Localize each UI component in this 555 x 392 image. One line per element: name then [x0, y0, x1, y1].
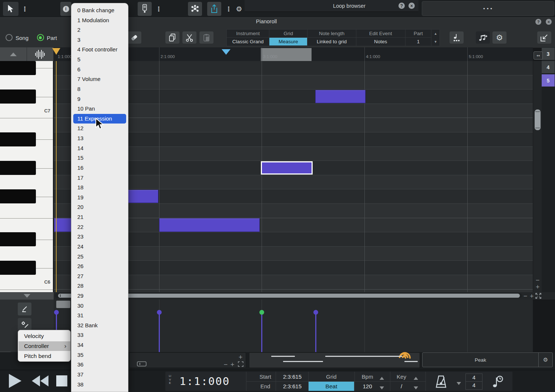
time-display[interactable]: 1:1:000 [179, 375, 230, 388]
midi-note[interactable] [159, 218, 260, 232]
transform-tool-button[interactable] [18, 318, 31, 331]
key-up-button[interactable] [414, 375, 418, 381]
arrow-tool-button[interactable] [3, 2, 18, 16]
controller-stem[interactable] [261, 314, 262, 352]
metronome-icon[interactable] [433, 375, 449, 389]
peak-panel[interactable]: Peak ⚙ [422, 352, 553, 367]
zoom-overview-panel[interactable]: + − + [129, 352, 246, 368]
lane-mini-scroll[interactable] [56, 301, 70, 308]
key-down-button[interactable] [414, 384, 418, 391]
controller-point[interactable] [54, 310, 59, 315]
settings-value[interactable]: 1 [406, 38, 431, 45]
start-value[interactable]: 2:3:615 [280, 374, 305, 380]
fit-horizontal-button[interactable]: ↔ [534, 51, 543, 60]
zoom-out-vertical-button[interactable]: − [535, 277, 540, 283]
rewind-button[interactable] [32, 375, 48, 388]
range-widget-icon[interactable] [137, 361, 147, 366]
time-signature[interactable]: 4 4 [465, 374, 482, 390]
black-key[interactable] [0, 61, 36, 75]
menu-item-cc-28[interactable]: 28 [71, 281, 128, 291]
export-button[interactable] [207, 2, 221, 16]
play-button[interactable] [9, 374, 21, 388]
midi-note[interactable] [261, 161, 313, 175]
tool-options-menu[interactable]: ⋮ [21, 2, 28, 16]
end-value[interactable]: 2:3:615 [280, 383, 305, 389]
track-tab-3[interactable]: 3 [542, 48, 555, 60]
black-key[interactable] [0, 189, 36, 203]
controller-point[interactable] [259, 310, 264, 315]
grid-mode-beat-cell[interactable]: Beat [309, 382, 354, 391]
rack-options-menu[interactable]: ⋮ [155, 2, 162, 16]
stop-button[interactable] [56, 375, 67, 386]
menu-item-cc-33[interactable]: 33 [71, 330, 128, 340]
instrument-rack-button[interactable] [138, 2, 152, 16]
key-value[interactable]: / [390, 383, 413, 389]
menu-item-cc-35[interactable]: 35 [71, 350, 128, 360]
pianoroll-help-button[interactable]: ? [535, 19, 541, 25]
zoom-out-horizontal-button[interactable]: − [523, 293, 528, 298]
part-radio[interactable] [37, 34, 44, 41]
menu-item-cc-10[interactable]: 10 Pan [71, 104, 128, 114]
zoom-in-horizontal-button[interactable]: + [529, 293, 534, 298]
menu-item-cc-25[interactable]: 25 [71, 252, 128, 262]
menu-item-cc-23[interactable]: 23 [71, 232, 128, 242]
loop-browser-help-button[interactable]: ? [398, 3, 405, 9]
song-radio[interactable] [6, 34, 13, 41]
menu-item-cc-8[interactable]: 8 [71, 84, 128, 94]
vertical-scroll-thumb[interactable] [535, 109, 541, 130]
bpm-decrease-button[interactable] [380, 384, 384, 391]
menu-item-cc-5[interactable]: 5 [71, 55, 128, 65]
menu-item-cc-4[interactable]: 4 Foot controller [71, 45, 128, 55]
info-button[interactable]: i [60, 2, 71, 16]
midi-note[interactable] [54, 218, 72, 232]
submenu-item-velocity[interactable]: Velocity [18, 331, 70, 341]
right-collapsed-panel[interactable]: ••• [422, 1, 554, 16]
expand-icon[interactable] [535, 293, 541, 299]
track-tab-5[interactable]: 5 [542, 74, 555, 87]
bpm-increase-button[interactable] [380, 375, 384, 381]
menu-item-cc-7[interactable]: 7 Volume [71, 74, 128, 84]
menu-item-cc-32[interactable]: 32 Bank [71, 321, 128, 331]
submenu-item-controller[interactable]: Controller› [18, 341, 70, 351]
browser-button[interactable] [188, 2, 202, 16]
menu-item-cc-3[interactable]: 3 [71, 35, 128, 45]
black-key[interactable] [0, 89, 36, 104]
menu-item-cc-34[interactable]: 34 [71, 340, 128, 350]
menu-item-cc-17[interactable]: 17 [71, 173, 128, 183]
menu-item-cc-2[interactable]: 2 [71, 25, 128, 35]
quantize-button[interactable] [450, 31, 464, 44]
settings-value[interactable]: Notes [356, 38, 405, 45]
playhead-marker[interactable] [52, 48, 60, 55]
paste-button[interactable] [199, 31, 213, 44]
menu-item-cc-19[interactable]: 19 [71, 193, 128, 203]
menu-item-cc-6[interactable]: 6 [71, 65, 128, 75]
menu-item-cc-16[interactable]: 16 [71, 163, 128, 173]
overview-expand-icon[interactable] [238, 361, 243, 367]
scroll-up-button[interactable] [0, 47, 27, 61]
controller-stem[interactable] [315, 314, 316, 352]
menu-item-cc-0[interactable]: 0 Bank change [71, 6, 128, 16]
black-key[interactable] [0, 132, 36, 146]
audition-waveform-button[interactable] [27, 47, 54, 61]
timesig-dropdown-button[interactable] [457, 380, 461, 386]
overview-plus-button[interactable]: + [238, 354, 243, 359]
controller-stem[interactable] [159, 314, 160, 352]
settings-value[interactable]: Linked to grid [307, 38, 356, 45]
menu-item-cc-24[interactable]: 24 [71, 242, 128, 252]
black-key[interactable] [0, 161, 36, 175]
part-down-button[interactable]: ▼ [431, 38, 440, 46]
settings-value[interactable]: Classic Grand [227, 38, 269, 45]
menu-item-cc-1[interactable]: 1 Modulation [71, 16, 128, 26]
piano-keyboard[interactable]: C7C6 [0, 61, 54, 292]
part-overview-panel[interactable] [249, 352, 420, 368]
black-key[interactable] [0, 261, 36, 275]
export-options-menu[interactable]: ⋮ [225, 2, 232, 16]
black-key[interactable] [0, 232, 36, 246]
menu-item-cc-14[interactable]: 14 [71, 143, 128, 153]
part-up-button[interactable]: ▲ [431, 30, 440, 38]
bpm-value[interactable]: 120 [356, 383, 379, 389]
menu-item-cc-13[interactable]: 13 [71, 134, 128, 143]
menu-item-cc-31[interactable]: 31 [71, 311, 128, 321]
menu-item-cc-37[interactable]: 37 [71, 370, 128, 380]
loop-browser-close-button[interactable]: × [408, 3, 415, 9]
